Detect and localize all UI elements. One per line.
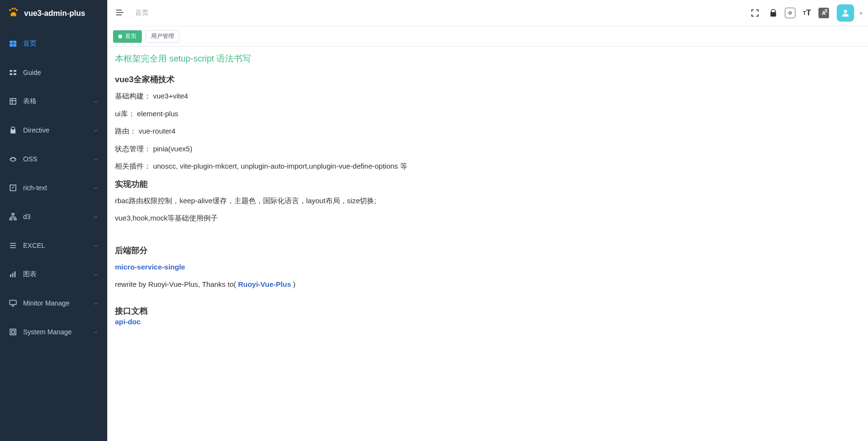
tag-item[interactable]: 首页 [113, 30, 142, 43]
svg-rect-7 [14, 74, 16, 75]
chevron-down-icon [93, 243, 99, 248]
screenshot-icon[interactable] [785, 8, 795, 18]
line-ui: ui库： element-plus [115, 109, 860, 120]
language-icon[interactable]: A文 [818, 8, 829, 18]
sidebar: vue3-admin-plus 首页Guide表格DirectiveOSSric… [0, 0, 107, 441]
green-heading: 本框架完全用 setup-script 语法书写 [115, 52, 860, 65]
svg-point-20 [789, 12, 792, 14]
svg-rect-11 [12, 213, 14, 215]
sidebar-logo[interactable]: vue3-admin-plus [0, 0, 107, 26]
svg-rect-12 [10, 219, 12, 220]
sidebar-item-tree[interactable]: d3 [0, 202, 107, 231]
avatar[interactable] [837, 4, 854, 22]
tree-icon [9, 212, 17, 221]
line-feat1: rbac路由权限控制，keep-alive缓存，主题色，国际化语言，layout… [115, 196, 860, 207]
list-icon [9, 241, 17, 250]
chart-icon [9, 270, 17, 279]
navbar: 首页 TT A文 ▾ [107, 0, 868, 26]
guide-icon [9, 68, 17, 77]
line-feat2: vue3,hook,mock等基础使用例子 [115, 213, 860, 224]
chevron-down-icon [93, 271, 99, 277]
edit-icon [9, 184, 17, 192]
sidebar-item-home[interactable]: 首页 [0, 29, 107, 58]
lock-icon [9, 126, 17, 135]
svg-rect-14 [10, 274, 11, 277]
sidebar-item-monitor[interactable]: Minitor Manage [0, 289, 107, 318]
line-state: 状态管理： pinia(vuex5) [115, 144, 860, 155]
chevron-down-icon [93, 300, 99, 306]
sidebar-item-label: EXCEL [23, 242, 93, 249]
svg-rect-15 [13, 273, 13, 277]
svg-rect-13 [14, 219, 16, 220]
monitor-icon [9, 299, 17, 307]
sidebar-item-edit[interactable]: rich-text [0, 173, 107, 202]
svg-rect-17 [10, 300, 16, 305]
home-icon [9, 39, 17, 48]
chevron-down-icon [93, 127, 99, 133]
chevron-down-icon [93, 329, 99, 335]
textsize-icon[interactable]: TT [800, 6, 814, 20]
svg-rect-18 [10, 329, 16, 335]
sidebar-item-label: OSS [23, 155, 93, 163]
fullscreen-icon[interactable] [748, 6, 762, 20]
sidebar-item-lock[interactable]: Directive [0, 116, 107, 145]
chevron-down-icon [93, 98, 99, 104]
sidebar-item-system[interactable]: System Manage [0, 318, 107, 346]
feature-heading: 实现功能 [115, 179, 860, 190]
sidebar-menu: 首页Guide表格DirectiveOSSrich-textd3EXCEL图表M… [0, 26, 107, 441]
line-router: 路由： vue-router4 [115, 126, 860, 137]
lock-icon[interactable] [767, 6, 780, 20]
svg-rect-2 [10, 44, 13, 47]
sidebar-item-chart[interactable]: 图表 [0, 260, 107, 289]
svg-rect-19 [12, 331, 14, 333]
tags-view: 首页用户管理 [107, 26, 868, 47]
paw-icon [8, 7, 24, 20]
sidebar-item-label: System Manage [23, 328, 93, 336]
tech-heading: vue3全家桶技术 [115, 74, 860, 85]
main: 首页 TT A文 ▾ 首页用户管理 本框架完全用 setup-script 语法… [107, 0, 868, 441]
sidebar-item-list[interactable]: EXCEL [0, 231, 107, 260]
svg-rect-8 [10, 98, 16, 104]
link-ruoyi[interactable]: Ruoyi-Vue-Plus [238, 280, 291, 288]
navbar-right: TT A文 ▾ [748, 4, 862, 22]
rewrite-line: rewrite by Ruoyi-Vue-Plus, Thanks to( Ru… [115, 279, 860, 290]
app-title: vue3-admin-plus [24, 9, 85, 18]
sidebar-item-label: 图表 [23, 270, 93, 279]
rewrite-prefix: rewrite by Ruoyi-Vue-Plus, Thanks to( [115, 280, 238, 288]
sidebar-item-guide[interactable]: Guide [0, 58, 107, 87]
line-build: 基础构建： vue3+vite4 [115, 91, 860, 102]
rewrite-suffix: ) [291, 280, 295, 288]
avatar-caret-icon[interactable]: ▾ [860, 11, 862, 16]
svg-rect-5 [10, 74, 12, 75]
table-icon [9, 97, 17, 106]
svg-rect-0 [10, 41, 13, 43]
svg-rect-4 [10, 70, 12, 72]
sidebar-item-label: 表格 [23, 97, 93, 106]
tag-item[interactable]: 用户管理 [146, 30, 179, 43]
sidebar-item-label: 首页 [23, 39, 99, 48]
backend-heading: 后端部分 [115, 245, 860, 256]
page-content: 本框架完全用 setup-script 语法书写 vue3全家桶技术 基础构建：… [107, 47, 868, 441]
sidebar-item-label: Directive [23, 126, 93, 134]
api-heading: 接口文档 [115, 306, 860, 317]
link-micro[interactable]: micro-service-single [115, 263, 185, 271]
line-plugin: 相关插件： unoscc, vite-plugin-mkcert, unplug… [115, 161, 860, 172]
chevron-down-icon [93, 156, 99, 162]
sidebar-item-label: Minitor Manage [23, 299, 93, 307]
chevron-down-icon [93, 185, 99, 191]
svg-rect-1 [13, 41, 16, 43]
svg-rect-6 [14, 70, 16, 72]
breadcrumb: 首页 [135, 9, 149, 17]
chevron-down-icon [93, 214, 99, 220]
svg-rect-3 [13, 44, 16, 47]
cloud-icon [9, 155, 17, 163]
svg-rect-16 [14, 271, 15, 277]
sidebar-item-label: d3 [23, 213, 93, 220]
sidebar-item-label: Guide [23, 69, 99, 76]
sidebar-item-table[interactable]: 表格 [0, 87, 107, 116]
hamburger-icon[interactable] [113, 6, 126, 21]
system-icon [9, 328, 17, 336]
link-api[interactable]: api-doc [115, 318, 140, 326]
sidebar-item-cloud[interactable]: OSS [0, 145, 107, 173]
sidebar-item-label: rich-text [23, 184, 93, 192]
